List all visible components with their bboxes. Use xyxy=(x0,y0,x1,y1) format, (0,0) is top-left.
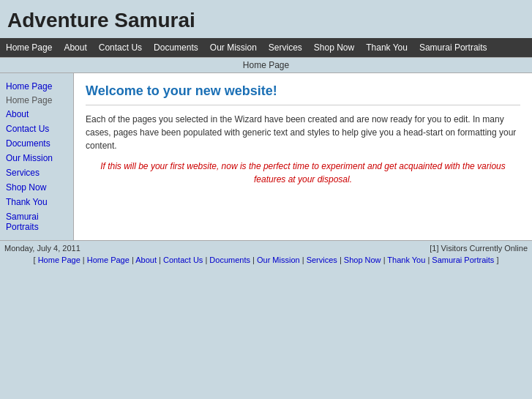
footer: Monday, July 4, 2011 [1] Visitors Curren… xyxy=(0,240,532,270)
footer-link-shop[interactable]: Shop Now xyxy=(344,256,381,264)
nav-services[interactable]: Services xyxy=(263,38,308,57)
site-title: Adventure Samurai xyxy=(7,9,525,32)
sidebar-item-services[interactable]: Services xyxy=(4,165,69,180)
nav-samurai[interactable]: Samurai Portraits xyxy=(413,38,493,57)
site-header: Adventure Samurai xyxy=(0,0,532,38)
footer-link-samurai[interactable]: Samurai Portraits xyxy=(432,256,494,264)
nav-thankyou[interactable]: Thank You xyxy=(360,38,413,57)
sidebar-current: Home Page xyxy=(4,94,69,107)
footer-link-documents[interactable]: Documents xyxy=(209,256,250,264)
sidebar-item-home[interactable]: Home Page xyxy=(4,79,69,94)
footer-link-contact[interactable]: Contact Us xyxy=(163,256,203,264)
nav-contact[interactable]: Contact Us xyxy=(93,38,148,57)
sidebar-item-about[interactable]: About xyxy=(4,107,69,122)
content-area: Welcome to your new website! Each of the… xyxy=(73,73,532,240)
sidebar-item-documents[interactable]: Documents xyxy=(4,136,69,151)
footer-top: Monday, July 4, 2011 [1] Visitors Curren… xyxy=(4,244,528,253)
content-divider xyxy=(86,105,520,105)
sidebar: Home Page Home Page About Contact Us Doc… xyxy=(0,73,73,240)
footer-date: Monday, July 4, 2011 xyxy=(4,244,80,253)
nav-home[interactable]: Home Page xyxy=(0,38,58,57)
footer-link-mission[interactable]: Our Mission xyxy=(257,256,300,264)
main-layout: Home Page Home Page About Contact Us Doc… xyxy=(0,73,532,240)
content-paragraph1: Each of the pages you selected in the Wi… xyxy=(86,113,520,152)
breadcrumb: Home Page xyxy=(0,57,532,73)
footer-link-thankyou[interactable]: Thank You xyxy=(387,256,425,264)
footer-link-home2[interactable]: Home Page xyxy=(87,256,130,264)
sidebar-item-samurai[interactable]: Samurai Portraits xyxy=(4,209,69,234)
content-heading: Welcome to your new website! xyxy=(86,83,520,99)
sidebar-item-shop[interactable]: Shop Now xyxy=(4,180,69,195)
footer-link-services[interactable]: Services xyxy=(307,256,337,264)
nav-about[interactable]: About xyxy=(58,38,92,57)
nav-documents[interactable]: Documents xyxy=(148,38,204,57)
content-highlight: If this will be your first website, now … xyxy=(86,160,520,186)
sidebar-item-mission[interactable]: Our Mission xyxy=(4,151,69,165)
footer-link-about[interactable]: About xyxy=(135,256,157,264)
nav-bar: Home Page About Contact Us Documents Our… xyxy=(0,38,532,57)
sidebar-item-thankyou[interactable]: Thank You xyxy=(4,195,69,209)
footer-bracket-close: ] xyxy=(494,256,498,264)
footer-links: [ Home Page | Home Page | About | Contac… xyxy=(4,253,528,267)
sidebar-item-contact[interactable]: Contact Us xyxy=(4,122,69,136)
nav-shop[interactable]: Shop Now xyxy=(308,38,360,57)
footer-link-home1[interactable]: Home Page xyxy=(38,256,80,264)
footer-visitors: [1] Visitors Currently Online xyxy=(430,244,528,253)
nav-mission[interactable]: Our Mission xyxy=(204,38,263,57)
